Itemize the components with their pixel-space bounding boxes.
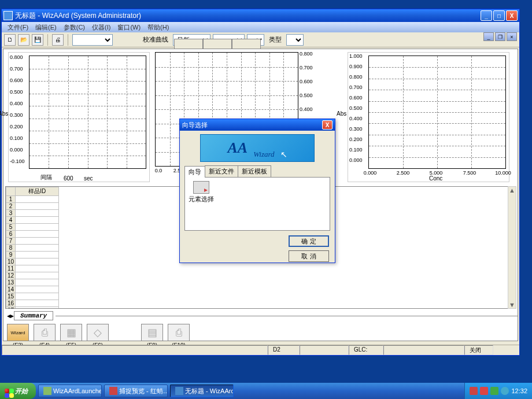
ok-button[interactable]: 确 定 xyxy=(289,235,329,247)
status-d2: D2 xyxy=(268,345,300,355)
y-axis-label: Abs xyxy=(337,110,346,117)
element-select-item[interactable]: 元素选择 xyxy=(187,180,215,205)
element-select-label: 元素选择 xyxy=(189,195,214,204)
chart-time: Abs 0.800 0.700 0.600 0.500 0.400 0.300 … xyxy=(8,52,150,182)
app-icon xyxy=(3,11,13,20)
taskbar: 开始 WizAArdLauncher 捕捉预览 - 红蜻… 无标题 - WizA… xyxy=(0,383,532,399)
table-row[interactable]: 16 xyxy=(6,300,59,307)
table-row[interactable]: 14 xyxy=(6,286,59,293)
mdi-close-button[interactable]: × xyxy=(507,32,517,41)
x-unit-label: sec xyxy=(84,175,93,182)
print-button[interactable]: 🖨 xyxy=(52,34,64,46)
menu-help[interactable]: 帮助(H) xyxy=(144,22,172,32)
table-row[interactable]: 3 xyxy=(6,210,59,217)
f9-button[interactable]: ▤ xyxy=(141,324,163,341)
start-button[interactable]: 开始 xyxy=(0,383,36,399)
menu-params[interactable]: 参数(C) xyxy=(60,22,88,32)
save-button[interactable]: 💾 xyxy=(32,34,43,46)
table-row[interactable]: 6 xyxy=(6,231,59,238)
f10-button[interactable]: ⎙ xyxy=(168,324,190,341)
dialog-tabstrip: 向导 新近文件 新近模板 xyxy=(184,165,330,178)
mdi-restore-button[interactable]: ❐ xyxy=(495,32,505,41)
task-wizaardlauncher[interactable]: WizAArdLauncher xyxy=(38,385,102,397)
banner-wizard-text: Wizard xyxy=(253,150,274,159)
wizard-select-dialog: 向导选择 X AA Wizard ↖ 向导 新近文件 新近模板 元素选择 确 定… xyxy=(179,119,335,263)
table-row[interactable]: 15 xyxy=(6,293,59,300)
windows-logo-icon xyxy=(5,389,9,393)
menu-file[interactable]: 文件(F) xyxy=(4,22,32,32)
tray-icon[interactable] xyxy=(480,387,488,395)
wizard-button[interactable]: Wizard xyxy=(7,324,29,341)
chart-grid xyxy=(29,56,146,169)
menu-window[interactable]: 窗口(W) xyxy=(114,22,144,32)
type-dropdown[interactable] xyxy=(286,34,304,46)
table-row[interactable]: 1 xyxy=(6,196,59,203)
table-row[interactable]: 2 xyxy=(6,203,59,210)
cancel-button[interactable]: 取 消 xyxy=(289,250,329,262)
minimize-button[interactable]: _ xyxy=(481,10,492,21)
task-wizaard-untitled[interactable]: 无标题 - WizAArd … xyxy=(170,385,234,397)
cursor-icon: ↖ xyxy=(280,150,287,159)
x-axis-label: Conc xyxy=(429,175,492,182)
chart-tab-2[interactable] xyxy=(203,39,232,49)
app-icon xyxy=(43,387,51,395)
table-row[interactable]: 5 xyxy=(6,224,59,231)
dialog-banner: AA Wizard ↖ xyxy=(200,134,315,162)
dialog-close-button[interactable]: X xyxy=(322,120,332,130)
x-value-label: 600 xyxy=(64,175,73,182)
system-tray: 12:32 xyxy=(464,383,532,399)
tab-recent-templates[interactable]: 新近模板 xyxy=(238,165,271,177)
status-glc: GLC: xyxy=(349,345,383,355)
f4-button[interactable]: ⎙ xyxy=(34,324,56,341)
summary-tab-row: ◂▸ Summary xyxy=(7,311,518,320)
table-row[interactable]: 12 xyxy=(6,272,59,279)
clock[interactable]: 12:32 xyxy=(511,387,527,394)
chart-grid xyxy=(368,56,506,169)
table-row[interactable]: 13 xyxy=(6,279,59,286)
open-button[interactable]: 📂 xyxy=(18,34,29,46)
dialog-title: 向导选择 xyxy=(182,121,322,130)
table-row[interactable]: 10 xyxy=(6,258,59,265)
statusbar: D2 GLC: 关闭 xyxy=(2,345,519,355)
table-row[interactable]: 4 xyxy=(6,217,59,224)
new-button[interactable]: 🗋 xyxy=(4,34,16,46)
table-row[interactable]: 17 xyxy=(6,307,59,309)
chart-tab-3[interactable] xyxy=(232,39,261,49)
close-button[interactable]: X xyxy=(506,10,518,21)
table-row[interactable]: 11 xyxy=(6,265,59,272)
status-close: 关闭 xyxy=(464,345,493,355)
dialog-list: 元素选择 xyxy=(184,178,330,231)
table-vertical-scrollbar[interactable]: ▲▼ xyxy=(508,186,516,309)
sample-table[interactable]: 样品ID 123456789101112131415161718 xyxy=(6,187,59,309)
menu-instrument[interactable]: 仪器(I) xyxy=(88,22,114,32)
window-title: 无标题 - WizAArd (System Administrator) xyxy=(15,11,481,21)
titlebar: 无标题 - WizAArd (System Administrator) _ □… xyxy=(2,9,519,22)
table-row[interactable]: 9 xyxy=(6,252,59,258)
menu-edit[interactable]: 编辑(E) xyxy=(32,22,60,32)
f6-button[interactable]: ◇ xyxy=(87,324,109,341)
app-icon xyxy=(109,387,117,395)
table-row[interactable]: 7 xyxy=(6,238,59,245)
f5-button[interactable]: ▦ xyxy=(60,324,82,341)
tray-icon[interactable] xyxy=(470,387,478,395)
type-label: 类型 xyxy=(267,35,284,44)
calibration-curve-label: 校准曲线 xyxy=(141,35,171,44)
element-dropdown[interactable] xyxy=(72,34,113,46)
tab-summary[interactable]: Summary xyxy=(14,311,53,320)
tab-recent-files[interactable]: 新近文件 xyxy=(205,165,238,177)
column-sample-id[interactable]: 样品ID xyxy=(16,187,59,196)
y-axis-label: Abs xyxy=(0,110,8,117)
element-select-icon xyxy=(193,181,209,194)
menubar: 文件(F) 编辑(E) 参数(C) 仪器(I) 窗口(W) 帮助(H) xyxy=(2,22,519,32)
tray-icon[interactable] xyxy=(490,387,498,395)
mdi-minimize-button[interactable]: _ xyxy=(483,32,494,41)
task-capture-preview[interactable]: 捕捉预览 - 红蜻… xyxy=(104,385,168,397)
tab-wizard[interactable]: 向导 xyxy=(184,166,205,178)
table-row[interactable]: 8 xyxy=(6,245,59,252)
tray-icon[interactable] xyxy=(501,387,509,395)
dialog-titlebar: 向导选择 X xyxy=(180,119,335,131)
banner-aa-text: AA xyxy=(227,139,247,157)
x-interval-label: 间隔 xyxy=(40,173,52,182)
chart-tab-1[interactable] xyxy=(174,39,203,49)
maximize-button[interactable]: □ xyxy=(493,10,505,21)
